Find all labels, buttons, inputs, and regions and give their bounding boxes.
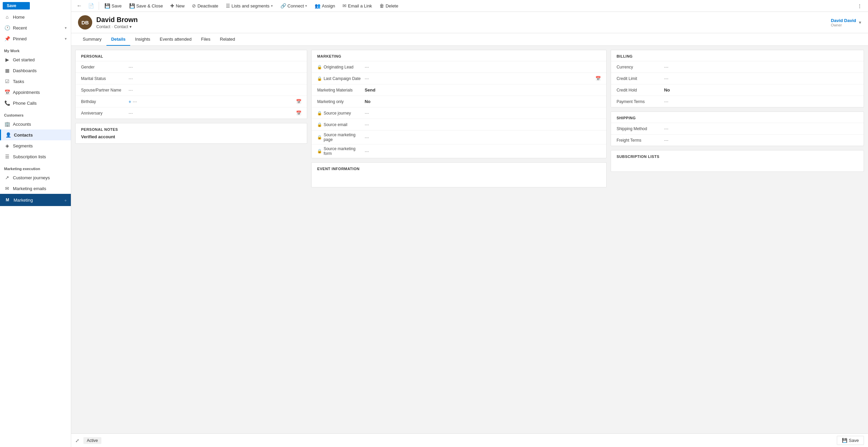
sidebar-item-accounts[interactable]: 🏢 Accounts xyxy=(0,119,71,129)
tab-events-attended[interactable]: Events attended xyxy=(155,33,196,46)
status-badge: Active xyxy=(83,437,101,444)
payment-terms-label: Payment Terms xyxy=(616,99,664,104)
play-icon: ▶ xyxy=(4,57,10,62)
marital-status-value[interactable]: --- xyxy=(129,76,301,81)
email-link-label: Email a Link xyxy=(348,3,372,8)
sidebar-item-recent[interactable]: 🕐 Recent ▾ xyxy=(0,22,71,33)
source-marketing-page-value[interactable]: --- xyxy=(364,135,601,140)
personal-notes-card: PERSONAL NOTES Verified account xyxy=(75,123,307,144)
deactivate-button[interactable]: ⊘ Deactivate xyxy=(189,1,221,10)
field-freight-terms: Freight Terms --- xyxy=(611,134,864,146)
lock-icon: 🔒 xyxy=(317,65,322,69)
source-marketing-form-label: 🔒 Source marketing form xyxy=(317,146,364,156)
shipping-method-value[interactable]: --- xyxy=(664,126,858,131)
field-marital-status: Marital Status --- xyxy=(76,73,307,84)
connect-button[interactable]: 🔗 Connect ▾ xyxy=(277,1,311,10)
sidebar-item-marketing[interactable]: M Marketing ⬦ xyxy=(0,194,71,206)
tab-insights[interactable]: Insights xyxy=(130,33,155,46)
sidebar-item-label: Contacts xyxy=(14,133,33,138)
sidebar-item-appointments[interactable]: 📅 Appointments xyxy=(0,87,71,98)
document-button[interactable]: 📄 xyxy=(85,2,97,10)
marital-status-label: Marital Status xyxy=(81,76,129,81)
dashboard-icon: ▦ xyxy=(4,68,10,73)
sidebar-item-contacts[interactable]: 👤 Contacts xyxy=(0,129,71,140)
mid-column: MARKETING 🔒 Originating Lead --- 🔒 Last … xyxy=(311,50,607,429)
personal-notes-content[interactable]: Verified account xyxy=(81,134,301,139)
sidebar-item-segments[interactable]: ◈ Segments xyxy=(0,140,71,151)
birthday-value[interactable]: --- xyxy=(133,99,296,104)
sidebar-item-tasks[interactable]: ☑ Tasks xyxy=(0,76,71,87)
marketing-materials-value[interactable]: Send xyxy=(364,87,601,93)
calendar-campaign-icon[interactable]: 📅 xyxy=(595,76,601,81)
lists-icon: ☰ xyxy=(226,3,230,8)
back-button[interactable]: ← xyxy=(74,1,85,10)
sidebar-item-phone-calls[interactable]: 📞 Phone Calls xyxy=(0,98,71,108)
calendar-birthday-icon[interactable]: 📅 xyxy=(296,99,301,104)
plus-icon[interactable]: + xyxy=(129,99,131,104)
save-top-button[interactable]: Save xyxy=(3,2,30,9)
deactivate-icon: ⊘ xyxy=(192,3,196,8)
sidebar-item-label: Segments xyxy=(13,143,33,148)
lock-icon: 🔒 xyxy=(317,111,322,116)
sidebar-item-marketing-emails[interactable]: ✉ Marketing emails xyxy=(0,183,71,194)
marketing-only-value[interactable]: No xyxy=(364,99,601,104)
spouse-name-value[interactable]: --- xyxy=(129,87,301,93)
assign-button[interactable]: 👥 Assign xyxy=(311,1,338,10)
more-options-button[interactable]: ⋮ xyxy=(854,2,865,10)
sidebar-item-home[interactable]: ⌂ Home xyxy=(0,12,71,22)
sidebar-item-dashboards[interactable]: ▦ Dashboards xyxy=(0,65,71,76)
tab-details[interactable]: Details xyxy=(106,33,131,46)
sidebar-item-get-started[interactable]: ▶ Get started xyxy=(0,54,71,65)
save-close-button[interactable]: 💾 Save & Close xyxy=(126,1,166,10)
credit-limit-value[interactable]: --- xyxy=(664,76,858,81)
sidebar-item-label: Tasks xyxy=(13,79,24,84)
sidebar-item-label: Phone Calls xyxy=(13,101,37,106)
event-info-card: Event information xyxy=(311,162,607,187)
chevron-down-icon: ▾ xyxy=(65,26,67,30)
new-button[interactable]: ✚ New xyxy=(167,1,188,10)
sidebar-item-pinned[interactable]: 📌 Pinned ▾ xyxy=(0,33,71,44)
gender-value[interactable]: --- xyxy=(129,64,301,69)
credit-hold-label: Credit Hold xyxy=(616,88,664,93)
sidebar-item-subscription-lists[interactable]: ☰ Subscription lists xyxy=(0,151,71,162)
lists-button[interactable]: ☰ Lists and segments ▾ xyxy=(222,1,276,10)
last-campaign-date-value[interactable]: --- xyxy=(364,76,595,81)
sidebar-item-customer-journeys[interactable]: ↗ Customer journeys xyxy=(0,172,71,183)
content-area: PERSONAL Gender --- Marital Status --- S… xyxy=(71,46,868,433)
anniversary-value[interactable]: --- xyxy=(129,110,296,116)
save-close-label: Save & Close xyxy=(136,3,163,8)
save-button[interactable]: 💾 Save xyxy=(101,1,125,10)
sidebar-item-label: Customer journeys xyxy=(13,175,50,180)
main-content: ← 📄 💾 Save 💾 Save & Close ✚ New ⊘ Deacti… xyxy=(71,0,868,447)
personal-card: PERSONAL Gender --- Marital Status --- S… xyxy=(75,50,307,119)
email-link-button[interactable]: ✉ Email a Link xyxy=(339,1,375,10)
billing-card: BILLING Currency --- Credit Limit --- Cr… xyxy=(611,50,864,107)
expand-icon[interactable]: ⤢ xyxy=(75,438,79,443)
credit-hold-value[interactable]: No xyxy=(664,87,858,93)
tab-files[interactable]: Files xyxy=(196,33,215,46)
tab-related[interactable]: Related xyxy=(215,33,240,46)
calendar-anniversary-icon[interactable]: 📅 xyxy=(296,110,301,116)
calendar-icon: 📅 xyxy=(4,89,10,95)
currency-value[interactable]: --- xyxy=(664,64,858,69)
source-marketing-form-value[interactable]: --- xyxy=(364,149,601,154)
owner-chevron-icon[interactable]: ▾ xyxy=(859,20,861,25)
breadcrumb-chevron-icon[interactable]: ▾ xyxy=(130,24,132,29)
sidebar-item-label: Appointments xyxy=(13,90,40,95)
bottom-save-button[interactable]: 💾 Save xyxy=(837,436,864,445)
right-column: BILLING Currency --- Credit Limit --- Cr… xyxy=(611,50,864,429)
tab-summary[interactable]: Summary xyxy=(78,33,106,46)
sidebar-item-label: Marketing xyxy=(14,198,33,203)
assign-label: Assign xyxy=(322,3,335,8)
sidebar-item-label: Recent xyxy=(13,25,27,31)
source-journey-value[interactable]: --- xyxy=(364,110,601,116)
delete-button[interactable]: 🗑 Delete xyxy=(376,1,402,10)
source-marketing-page-label: 🔒 Source marketing page xyxy=(317,133,364,142)
payment-terms-value[interactable]: --- xyxy=(664,99,858,104)
field-anniversary: Anniversary --- 📅 xyxy=(76,107,307,119)
source-email-value[interactable]: --- xyxy=(364,122,601,127)
originating-lead-value[interactable]: --- xyxy=(364,64,601,69)
sidebar: Save ⌂ Home 🕐 Recent ▾ 📌 Pinned ▾ My Wor… xyxy=(0,0,71,447)
freight-terms-value[interactable]: --- xyxy=(664,138,858,143)
segments-icon: ◈ xyxy=(4,143,10,148)
